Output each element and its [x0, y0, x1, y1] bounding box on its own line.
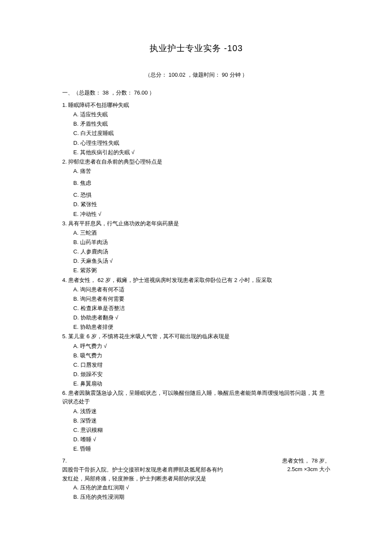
- q3-stem: 3. 具有平肝息风，行气止痛功效的老年病药膳是: [62, 219, 330, 228]
- q1-stem: 1. 睡眠障碍不包括哪种失眠: [62, 101, 330, 109]
- q3-option-d: D. 天麻鱼头汤 √: [73, 257, 330, 265]
- q2-option-c: C. 恐惧: [73, 191, 330, 199]
- q6-option-e: E. 昏睡: [73, 445, 330, 453]
- q2-option-e: E. 冲动性 √: [73, 210, 330, 219]
- check-icon: √: [126, 484, 129, 491]
- q7-option-a: A. 压疮的淤血红润期 √: [73, 483, 330, 492]
- question-1: 1. 睡眠障碍不包括哪种失眠 A. 适应性失眠 B. 矛盾性失眠 C. 白天过度…: [62, 101, 330, 157]
- section-header: 一、（总题数： 38 ，分数： 76.00 ）: [62, 89, 330, 97]
- q2-option-a: A. 痛苦: [73, 167, 330, 175]
- q4-option-d: D. 协助患者翻身 √: [73, 313, 330, 322]
- q6-option-c: C. 意识模糊: [73, 426, 330, 434]
- question-2: 2. 抑郁症患者在自杀前的典型心理特点是 A. 痛苦 B. 焦虑 C. 恐惧 D…: [62, 158, 330, 219]
- q1-option-b: B. 矛盾性失眠: [73, 120, 330, 128]
- q4-option-a: A. 询问患者有何不适: [73, 285, 330, 294]
- q5-stem: 5. 某儿童 6 岁，不慎将花生米吸人气管，其不可能出现的临床表现是: [62, 332, 330, 341]
- check-icon: √: [98, 211, 101, 217]
- check-icon: √: [104, 343, 107, 349]
- q2-stem: 2. 抑郁症患者在自杀前的典型心理特点是: [62, 158, 330, 166]
- exam-meta: （总分： 100.02 ，做题时间： 90 分钟 ）: [62, 71, 330, 79]
- check-icon: √: [115, 314, 118, 321]
- check-icon: √: [132, 149, 135, 155]
- q6-option-d: D. 嗜睡 √: [73, 435, 330, 444]
- q3-option-b: B. 山药羊肉汤: [73, 238, 330, 247]
- q3-option-c: C. 人参鹿肉汤: [73, 247, 330, 256]
- q5-option-a: A. 呼气费力 √: [73, 342, 330, 351]
- q4-option-b: B. 询问患者有何需要: [73, 295, 330, 303]
- q7-right-text-2: 2.5cm ×3cm 大小: [287, 465, 330, 474]
- q6-option-b: B. 深昏迷: [73, 417, 330, 425]
- q4-stem: 4. 患者女性， 62 岁，截瘫，护士巡视病房时发现患者采取仰卧位已有 2 小时…: [62, 276, 330, 285]
- question-4: 4. 患者女性， 62 岁，截瘫，护士巡视病房时发现患者采取仰卧位已有 2 小时…: [62, 276, 330, 332]
- q5-option-c: C. 口唇发绀: [73, 361, 330, 369]
- q7-right-text-1: 患者女性， 78 岁。: [282, 457, 330, 466]
- q2-option-b: B. 焦虑: [73, 179, 330, 187]
- q4-option-c: C. 检查床单是否整洁: [73, 304, 330, 313]
- q6-option-a: A. 浅昏迷: [73, 407, 330, 416]
- question-5: 5. 某儿童 6 岁，不慎将花生米吸人气管，其不可能出现的临床表现是 A. 呼气…: [62, 332, 330, 388]
- question-6: 6. 患者因脑震荡急诊入院，呈睡眠状态，可以唤醒但随后入睡，唤醒后患者能简单而缓…: [62, 389, 330, 453]
- check-icon: √: [93, 436, 96, 443]
- question-7: 7. 患者女性， 78 岁。 因股骨干骨折入院。护士交接班时发现患者肩胛部及骶尾…: [62, 457, 330, 502]
- q1-option-d: D. 心理生理性失眠: [73, 139, 330, 147]
- check-icon: √: [110, 258, 112, 264]
- q5-option-b: B. 吸气费力: [73, 351, 330, 360]
- q1-option-a: A. 适应性失眠: [73, 110, 330, 119]
- q5-option-e: E. 鼻翼扇动: [73, 380, 330, 388]
- q6-stem: 6. 患者因脑震荡急诊入院，呈睡眠状态，可以唤醒但随后入睡，唤醒后患者能简单而缓…: [62, 389, 330, 406]
- q2-option-d: D. 紧张性: [73, 200, 330, 209]
- q3-option-a: A. 三蛇酒: [73, 229, 330, 237]
- q7-line-3: 发红处，局部疼痛，轻度肿胀，护士判断患者局部的状况是: [62, 474, 330, 483]
- question-3: 3. 具有平肝息风，行气止痛功效的老年病药膳是 A. 三蛇酒 B. 山药羊肉汤 …: [62, 219, 330, 275]
- q3-option-e: E. 紫苏粥: [73, 266, 330, 275]
- q7-option-b: B. 压疮的炎性浸润期: [73, 493, 330, 502]
- q1-option-c: C. 白天过度睡眠: [73, 129, 330, 138]
- page-title: 执业护士专业实务 -103: [62, 43, 330, 54]
- q5-option-d: D. 烦躁不安: [73, 370, 330, 379]
- q4-option-e: E. 协助患者排便: [73, 323, 330, 331]
- q1-option-e: E. 其他疾病引起的失眠 √: [73, 148, 330, 157]
